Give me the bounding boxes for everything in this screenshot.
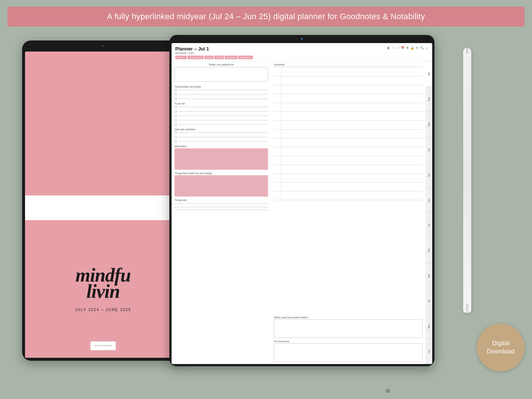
schedule-slot[interactable] bbox=[281, 77, 423, 85]
soul-happy-box[interactable] bbox=[175, 175, 268, 197]
schedule-row bbox=[274, 103, 423, 112]
month-tab-apr[interactable]: Apr bbox=[426, 288, 432, 314]
tab-planner[interactable]: Planner bbox=[175, 56, 187, 59]
star-icon: ☆ bbox=[396, 46, 400, 50]
schedule-divider bbox=[274, 67, 423, 67]
checkbox-circle[interactable] bbox=[175, 131, 177, 134]
checkbox-circle[interactable] bbox=[175, 93, 177, 96]
better-box[interactable] bbox=[274, 319, 423, 338]
cover-white-strip bbox=[25, 195, 181, 220]
checkbox-circle[interactable] bbox=[175, 123, 177, 126]
checkbox-circle[interactable] bbox=[175, 106, 177, 108]
tablet-right: Planner – Jul 1 MONDAY | 2024 Planner Vi… bbox=[169, 35, 434, 366]
tab-reflections[interactable]: Reflections bbox=[238, 56, 253, 59]
cover-bottom-section: mindfu livin JULY 2024 – JUNE 2025 SPS C… bbox=[25, 220, 181, 358]
cover-top-section bbox=[25, 52, 181, 195]
month-tabs: Jul Aug Sep Oct Nov Dec Jan Feb Mar Apr … bbox=[426, 61, 432, 364]
better-label: What could have been better? bbox=[274, 316, 423, 319]
soul-happy-label: Things that made my soul happy bbox=[175, 172, 268, 174]
badge-line2: Download bbox=[487, 347, 515, 356]
checkbox-circle[interactable] bbox=[175, 136, 177, 138]
badge-line1: Digital bbox=[492, 339, 509, 347]
list-line bbox=[179, 94, 268, 95]
tomorrow-label: For tomorrow bbox=[274, 340, 423, 343]
schedule-slot[interactable] bbox=[281, 94, 423, 103]
tomorrow-box[interactable] bbox=[274, 343, 423, 362]
settings-gear-icon[interactable]: ⚙ bbox=[385, 388, 390, 394]
banner-text: A fully hyperlinked midyear (Jul 24 – Ju… bbox=[107, 12, 425, 21]
time-label bbox=[274, 147, 281, 156]
tomorrow-section: For tomorrow bbox=[274, 340, 423, 362]
month-tab-oct[interactable]: Oct bbox=[426, 137, 432, 162]
schedule-slot[interactable] bbox=[281, 174, 423, 182]
planner-tabs: Planner Vision Board Goals To-Do Overvie… bbox=[175, 56, 253, 59]
tablet-left-screen: mindfu livin JULY 2024 – JUNE 2025 SPS C… bbox=[25, 52, 181, 358]
month-tab-jan[interactable]: Jan bbox=[426, 212, 432, 238]
time-label bbox=[274, 77, 281, 85]
selfcare-label: Self-care activities bbox=[175, 128, 268, 131]
month-tab-sep[interactable]: Sep bbox=[426, 112, 432, 137]
affirmation-box[interactable] bbox=[175, 148, 268, 170]
digital-download-badge: Digital Download bbox=[477, 324, 525, 371]
tablet-left: mindfu livin JULY 2024 – JUNE 2025 SPS C… bbox=[22, 40, 184, 361]
schedule-label: Schedule bbox=[274, 63, 423, 66]
checkbox-circle[interactable] bbox=[175, 119, 177, 121]
schedule-slot[interactable] bbox=[281, 103, 423, 112]
todo-list bbox=[175, 106, 268, 126]
schedule-slot[interactable] bbox=[281, 138, 423, 147]
month-tab-may[interactable]: May bbox=[426, 314, 432, 339]
grateful-box[interactable] bbox=[175, 67, 268, 82]
schedule-slot[interactable] bbox=[281, 191, 423, 200]
schedule-row bbox=[274, 121, 423, 130]
list-item bbox=[175, 93, 268, 96]
schedule-row bbox=[274, 130, 423, 138]
schedule-slot[interactable] bbox=[281, 121, 423, 129]
checkbox-circle[interactable] bbox=[175, 98, 177, 100]
schedule-slot[interactable] bbox=[281, 183, 423, 191]
list-item bbox=[175, 110, 268, 113]
tab-vision-board[interactable]: Vision Board bbox=[187, 56, 204, 59]
checkbox-circle[interactable] bbox=[175, 110, 177, 113]
list-item bbox=[175, 106, 268, 108]
month-tab-aug[interactable]: Aug bbox=[426, 86, 432, 112]
schedule-row bbox=[274, 77, 423, 85]
planner-header-left: Planner – Jul 1 MONDAY | 2024 Planner Vi… bbox=[175, 46, 253, 59]
time-label bbox=[274, 191, 281, 200]
today-was-line2 bbox=[175, 207, 268, 207]
list-item bbox=[175, 136, 268, 138]
pen-icon: ✏ bbox=[415, 46, 419, 50]
checkbox-circle[interactable] bbox=[175, 89, 177, 91]
tab-goals[interactable]: Goals bbox=[204, 56, 214, 59]
schedule-slot[interactable] bbox=[281, 68, 423, 76]
list-line bbox=[179, 137, 268, 137]
time-label bbox=[274, 68, 281, 76]
time-label bbox=[274, 103, 281, 112]
month-tab-feb[interactable]: Feb bbox=[426, 238, 432, 263]
time-label bbox=[274, 165, 281, 173]
today-was-label: Today was bbox=[175, 199, 268, 201]
schedule-slot[interactable] bbox=[281, 112, 423, 120]
grateful-section: Today I am grateful for bbox=[175, 63, 268, 82]
schedule-slot[interactable] bbox=[281, 165, 423, 173]
list-item bbox=[175, 98, 268, 100]
month-tab-nov[interactable]: Nov bbox=[426, 162, 432, 187]
checkbox-circle[interactable] bbox=[175, 114, 177, 117]
month-tab-dec[interactable]: Dec bbox=[426, 187, 432, 213]
tab-todo[interactable]: To-Do bbox=[214, 56, 224, 59]
time-label bbox=[274, 94, 281, 103]
schedule-slot[interactable] bbox=[281, 147, 423, 156]
month-tab-jul[interactable]: Jul bbox=[426, 61, 432, 86]
schedule-slot[interactable] bbox=[281, 156, 423, 165]
home-icon: ⌂ bbox=[425, 46, 429, 50]
lock-icon: 🔒 bbox=[411, 46, 414, 50]
month-tab-mar[interactable]: Mar bbox=[426, 263, 432, 289]
list-line bbox=[179, 99, 268, 99]
month-tab-jun[interactable]: Jun bbox=[426, 339, 432, 364]
checkbox-circle[interactable] bbox=[175, 140, 177, 143]
calendar-icon: 📅 bbox=[401, 46, 405, 50]
schedule-slot[interactable] bbox=[281, 85, 423, 94]
schedule-slot[interactable] bbox=[281, 130, 423, 138]
tab-overview[interactable]: Overview bbox=[225, 56, 237, 59]
planner-title: Planner – Jul 1 bbox=[175, 46, 253, 52]
time-label bbox=[274, 85, 281, 94]
